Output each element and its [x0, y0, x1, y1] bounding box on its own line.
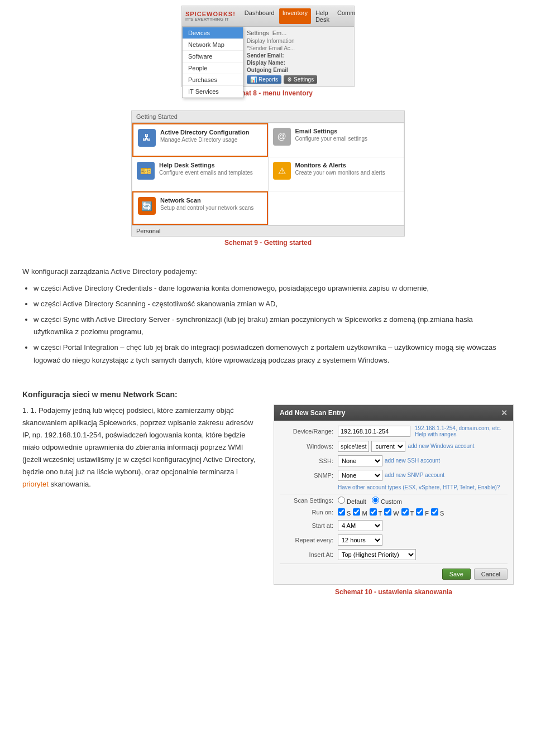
chart-icon: 📊	[250, 76, 257, 83]
run-on-s2-check[interactable]	[431, 508, 438, 516]
settings-button[interactable]: ⚙ Settings	[284, 75, 317, 84]
ssh-label: SSH:	[280, 458, 336, 464]
run-on-t1-check[interactable]	[370, 508, 377, 516]
gs-footer: Personal	[132, 225, 404, 236]
dropdown-purchases[interactable]: Purchases	[183, 74, 243, 86]
snmp-label: SNMP:	[280, 472, 336, 479]
run-on-t2-check[interactable]	[401, 508, 409, 516]
nav-inventory[interactable]: Inventory	[279, 8, 311, 24]
device-range-row: Device/Range: 192.168.1.1-254, domain.co…	[280, 425, 508, 437]
run-on-f-check[interactable]	[416, 508, 423, 516]
sw-settings-row: Settings Em...	[247, 30, 351, 36]
gs-item-email[interactable]: @ Email Settings Configure your email se…	[269, 123, 404, 157]
run-on-row: Run on: S M T W T F S	[280, 508, 508, 517]
dropdown-people[interactable]: People	[183, 62, 243, 74]
scan-panel-title: Add New Scan Entry	[280, 409, 345, 417]
dropdown-networkmap[interactable]: Network Map	[183, 39, 243, 51]
gear-icon: ⚙	[287, 76, 292, 83]
scan-settings-default-radio[interactable]	[338, 497, 345, 504]
scan-settings-custom-radio[interactable]	[372, 497, 379, 504]
add-windows-account-link[interactable]: add new Windows account	[408, 443, 474, 449]
add-snmp-account-link[interactable]: add new SNMP account	[385, 472, 444, 478]
scan-settings-label: Scan Settings:	[280, 497, 336, 504]
sw-settings-link[interactable]: Settings	[247, 30, 269, 36]
gs-text-email: Email Settings Configure your email sett…	[295, 128, 368, 142]
sender-email-addr-label: *Sender Email Ac...	[247, 45, 351, 51]
run-on-checkboxes: S M T W T F S	[338, 508, 444, 517]
windows-value: spice\test	[338, 441, 369, 452]
gs-icon-ad: 🖧	[138, 129, 156, 147]
nav-dashboard[interactable]: Dashboard	[241, 8, 278, 24]
save-button[interactable]: Save	[442, 569, 471, 580]
sw-em-link[interactable]: Em...	[272, 30, 287, 36]
getting-started-panel: Getting Started 🖧 Active Directory Confi…	[131, 110, 405, 237]
gs-item-networkscan[interactable]: 🔄 Network Scan Setup and control your ne…	[132, 191, 268, 225]
start-at-select[interactable]: 4 AM	[338, 520, 382, 531]
run-on-m-check[interactable]	[353, 508, 360, 516]
nav-comm[interactable]: Comm	[334, 8, 358, 24]
insert-at-select[interactable]: Top (Highest Priority)	[338, 549, 416, 560]
device-range-hint: 192.168.1.1-254, domain.com, etc. Help w…	[415, 425, 508, 437]
ssh-select[interactable]: None	[338, 455, 382, 466]
nav-helpdesk[interactable]: Help Desk	[312, 8, 333, 24]
other-accounts-link[interactable]: Have other account types (ESX, vSphere, …	[338, 484, 500, 490]
repeat-every-row: Repeat every: 12 hours	[280, 535, 508, 546]
sender-email-label: Sender Email:	[247, 52, 284, 59]
gs-item-helpdesk[interactable]: 🎫 Help Desk Settings Configure event ema…	[132, 157, 268, 191]
gs-text-monitors: Monitors & Alerts Create your own monito…	[295, 162, 385, 176]
run-on-f[interactable]: F	[416, 508, 429, 517]
dropdown-devices[interactable]: Devices	[183, 27, 243, 39]
scan-settings-custom-label[interactable]: Custom	[372, 497, 402, 505]
run-on-t1[interactable]: T	[370, 508, 382, 517]
windows-row: Windows: spice\test current add new Wind…	[280, 441, 508, 452]
snmp-row: SNMP: None add new SNMP account	[280, 470, 508, 481]
insert-at-label: Insert At:	[280, 551, 336, 558]
bullet-1: w części Active Directory Credentials - …	[34, 282, 514, 295]
sw-content-area: Devices Network Map Software People Purc…	[182, 27, 354, 86]
add-ssh-account-link[interactable]: add new SSH account	[385, 458, 440, 464]
run-on-s1[interactable]: S	[338, 508, 351, 517]
gs-item-monitors[interactable]: ⚠ Monitors & Alerts Create your own moni…	[269, 157, 404, 191]
schema9-caption: Schemat 9 - Getting started	[224, 239, 312, 247]
left-text-block: 1. 1. Podajemy jedną lub więcej podsieci…	[22, 405, 262, 596]
device-range-label: Device/Range:	[280, 428, 336, 435]
gs-item-active-directory[interactable]: 🖧 Active Directory Configuration Manage …	[132, 123, 268, 157]
insert-at-row: Insert At: Top (Highest Priority)	[280, 549, 508, 560]
scan-panel-inner: Add New Scan Entry ✕ Device/Range: 192.1…	[274, 405, 514, 585]
bullet-list: w części Active Directory Credentials - …	[34, 282, 514, 367]
run-on-t2[interactable]: T	[401, 508, 414, 517]
windows-dropdown[interactable]: current	[371, 441, 405, 452]
main-text-content: W konfiguracji zarządzania Active Direct…	[0, 257, 536, 380]
run-on-m[interactable]: M	[353, 508, 367, 517]
device-range-input[interactable]	[338, 426, 410, 437]
sw-dropdown-area: Devices Network Map Software People Purc…	[182, 27, 243, 86]
sw-inventory-dropdown: Devices Network Map Software People Purc…	[182, 27, 243, 98]
bullet-3: w części Sync with Active Directory Serv…	[34, 314, 514, 338]
gs-header: Getting Started	[132, 111, 404, 123]
gs-icon-helpdesk: 🎫	[137, 162, 155, 180]
repeat-every-select[interactable]: 12 hours	[338, 535, 382, 546]
snmp-select[interactable]: None	[338, 470, 382, 481]
schema8-screenshot: SPICEWORKS! IT'S EVERYTHING IT Dashboard…	[0, 6, 536, 105]
close-icon[interactable]: ✕	[501, 408, 508, 417]
windows-label: Windows:	[280, 443, 336, 450]
sender-email-row: Sender Email:	[247, 52, 351, 59]
scan-settings-row: Scan Settings: Default Custom	[280, 497, 508, 505]
dropdown-software[interactable]: Software	[183, 51, 243, 62]
display-info-label: Display Information	[247, 38, 351, 44]
run-on-w-check[interactable]	[384, 508, 391, 516]
dropdown-itservices[interactable]: IT Services	[183, 86, 243, 98]
scan-panel: Add New Scan Entry ✕ Device/Range: 192.1…	[274, 405, 514, 596]
repeat-every-label: Repeat every:	[280, 537, 336, 543]
run-on-w[interactable]: W	[384, 508, 399, 517]
network-scan-heading: Konfiguracja sieci w menu Network Scan:	[0, 390, 536, 399]
scan-settings-default-label[interactable]: Default	[338, 497, 366, 505]
scan-settings-radio-group: Default Custom	[338, 497, 402, 505]
run-on-s2[interactable]: S	[431, 508, 444, 517]
bullet-4: w części Portal Integration – chęć lub j…	[34, 341, 514, 366]
reports-button[interactable]: 📊 Reports	[247, 75, 281, 84]
gs-grid: 🖧 Active Directory Configuration Manage …	[132, 123, 404, 225]
run-on-s1-check[interactable]	[338, 508, 345, 516]
cancel-button[interactable]: Cancel	[474, 569, 508, 580]
intro-paragraph: W konfiguracji zarządzania Active Direct…	[22, 266, 514, 278]
